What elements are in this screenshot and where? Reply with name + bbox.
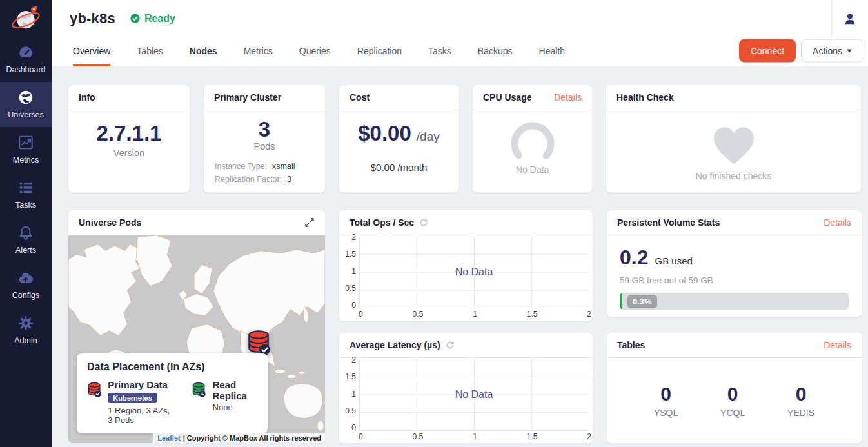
primary-data-db-icon (87, 379, 101, 400)
tab-tasks[interactable]: Tasks (428, 37, 451, 66)
tasks-list-icon (17, 179, 34, 196)
actions-label: Actions (813, 46, 842, 56)
sidebar-item-alerts[interactable]: Alerts (0, 217, 52, 263)
world-map[interactable]: Data Placement (In AZs) (68, 235, 325, 443)
read-replica-label: Read Replica (213, 379, 257, 401)
metrics-chart-icon (17, 134, 34, 151)
tab-metrics[interactable]: Metrics (244, 37, 273, 66)
check-circle-icon (130, 13, 141, 24)
average-latency-card: Average Latency (µs) 21.510.50 No Data (339, 332, 593, 444)
stats-row: Info 2.7.1.1 Version Primary Cluster 3 P… (68, 84, 863, 193)
total-ops-card: Total Ops / Sec 21.510.50 No Data (339, 210, 593, 321)
card-title: Cost (350, 92, 370, 103)
tab-label: Tasks (428, 46, 451, 56)
header-buttons: Connect Actions (739, 39, 863, 63)
average-latency-chart: 21.510.50 No Data 00.511.52 (339, 358, 593, 443)
kubernetes-badge: Kubernetes (108, 393, 157, 403)
user-menu-button[interactable] (831, 0, 868, 37)
yugabyte-logo[interactable] (0, 0, 52, 37)
card-title: CPU Usage (483, 92, 531, 103)
connect-button[interactable]: Connect (739, 39, 796, 63)
card-title: Persistent Volume Stats (617, 217, 720, 228)
legend-read-replica: Read Replica None (192, 379, 257, 425)
refresh-icon[interactable] (446, 341, 455, 350)
tab-backups[interactable]: Backups (478, 37, 513, 66)
health-check-card: Health Check No finished checks (606, 84, 862, 193)
replication-factor-value: 3 (287, 175, 291, 184)
storage-progress-fill (620, 293, 622, 310)
tab-queries[interactable]: Queries (299, 37, 331, 66)
tab-nodes[interactable]: Nodes (190, 37, 217, 66)
primary-cluster-card: Primary Cluster 3 Pods Instance Type:xsm… (203, 84, 326, 193)
persistent-volume-card: Persistent Volume Stats Details 0.2 GB u… (606, 210, 862, 317)
ysql-count: 0 (660, 383, 671, 405)
ycql-label: YCQL (720, 408, 745, 418)
storage-progress-bar: 0.3% (620, 293, 849, 310)
sidebar-item-label: Dashboard (6, 65, 45, 74)
yedis-stat: 0 YEDIS (787, 383, 814, 418)
planet-rocket-logo-icon (10, 3, 42, 34)
leaflet-link[interactable]: Leaflet (157, 434, 180, 442)
tables-details-link[interactable]: Details (824, 340, 851, 350)
actions-button[interactable]: Actions (801, 39, 863, 63)
tab-replication[interactable]: Replication (357, 37, 402, 66)
refresh-icon[interactable] (419, 218, 428, 227)
y-axis-ticks: 21.510.50 (340, 355, 359, 432)
sidebar-item-dashboard[interactable]: Dashboard (0, 37, 52, 82)
sidebar-item-label: Admin (14, 336, 37, 345)
app-root: Dashboard Universes Metrics Tasks Alerts (0, 0, 868, 447)
copyright-text: | Copyright © MapBox All rights reserved (183, 434, 321, 442)
universes-globe-icon (17, 89, 34, 106)
tab-overview[interactable]: Overview (73, 37, 110, 66)
sidebar-item-admin[interactable]: Admin (0, 308, 52, 353)
ycql-count: 0 (727, 383, 738, 405)
sidebar-item-universes[interactable]: Universes (0, 82, 52, 127)
right-column: Persistent Volume Stats Details 0.2 GB u… (606, 210, 862, 444)
read-replica-db-icon (192, 379, 206, 400)
map-attribution: Leaflet | Copyright © MapBox All rights … (153, 433, 325, 443)
card-title: Health Check (616, 92, 674, 103)
card-title: Universe Pods (79, 217, 141, 228)
gb-used-value: 0.2 (620, 246, 648, 270)
ysql-stat: 0 YSQL (654, 383, 678, 418)
total-ops-chart: 21.510.50 No Data 00.511.52 (339, 235, 593, 321)
tab-tables[interactable]: Tables (137, 37, 163, 66)
sidebar-item-label: Configs (12, 291, 39, 300)
charts-column: Total Ops / Sec 21.510.50 No Data (339, 210, 593, 444)
ysql-label: YSQL (654, 408, 678, 418)
sidebar-item-tasks[interactable]: Tasks (0, 172, 52, 217)
plot-area: No Data (359, 359, 589, 431)
cost-per-day-value: $0.00 (358, 122, 411, 145)
cpu-details-link[interactable]: Details (554, 92, 582, 103)
card-title: Info (79, 92, 95, 103)
card-title: Tables (617, 340, 645, 350)
user-icon (843, 12, 857, 26)
status-badge: Ready (130, 13, 175, 25)
tab-health[interactable]: Health (539, 37, 565, 66)
version-value: 2.7.1.1 (97, 122, 162, 145)
version-label: Version (113, 148, 144, 158)
database-marker-icon (246, 330, 271, 355)
instance-type-value: xsmall (272, 162, 295, 171)
replication-factor-key: Replication Factor: (215, 175, 282, 184)
cpu-no-data: No Data (516, 164, 549, 175)
cost-per-month: $0.00 /month (371, 162, 428, 173)
tab-label: Queries (299, 46, 331, 56)
tab-label: Nodes (190, 46, 217, 56)
card-title: Average Latency (µs) (350, 340, 440, 350)
ycql-stat: 0 YCQL (720, 383, 745, 418)
dashboard-gauge-icon (17, 44, 34, 61)
info-card: Info 2.7.1.1 Version (68, 84, 190, 193)
pvs-details-link[interactable]: Details (824, 217, 851, 228)
card-title: Primary Cluster (214, 92, 281, 103)
sidebar-item-configs[interactable]: Configs (0, 263, 52, 308)
pods-count: 3 (259, 118, 270, 141)
expand-icon[interactable] (304, 217, 315, 228)
no-data-label: No Data (455, 388, 493, 400)
instance-type-key: Instance Type: (215, 162, 267, 171)
sidebar-item-label: Universes (8, 110, 44, 119)
y-axis-ticks: 21.510.50 (340, 233, 359, 310)
tables-card: Tables Details 0 YSQL 0 YCQL (606, 332, 862, 444)
sidebar-item-metrics[interactable]: Metrics (0, 127, 52, 172)
gauge-arc-icon (503, 121, 562, 163)
